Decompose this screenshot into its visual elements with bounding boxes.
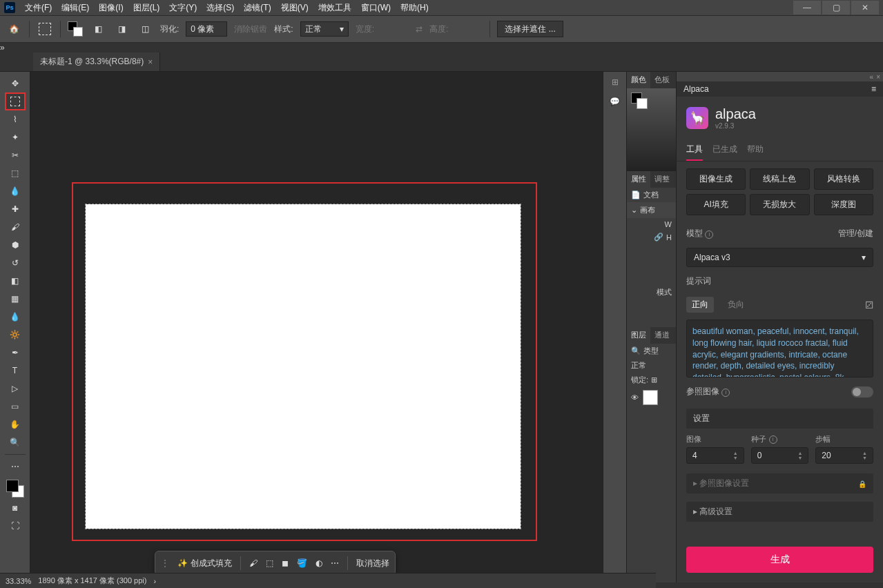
generate-button[interactable]: 生成 bbox=[686, 547, 873, 573]
tab-channels[interactable]: 通道 bbox=[650, 327, 674, 344]
alpaca-tab-help[interactable]: 帮助 bbox=[747, 139, 764, 161]
stamp-tool[interactable]: ⬢ bbox=[6, 237, 25, 253]
info-icon[interactable]: i bbox=[769, 435, 777, 444]
zoom-value[interactable]: 33.33% bbox=[6, 577, 31, 585]
hand-tool[interactable]: ✋ bbox=[6, 416, 25, 433]
menu-help[interactable]: 帮助(H) bbox=[396, 1, 433, 15]
color-swatches[interactable] bbox=[5, 478, 26, 499]
layer-row[interactable]: 👁 bbox=[627, 387, 676, 408]
btn-aifill[interactable]: AI填充 bbox=[686, 194, 746, 215]
home-icon[interactable]: 🏠 bbox=[6, 21, 22, 37]
crop-tool[interactable]: ✂ bbox=[6, 147, 25, 164]
alpaca-tab-title[interactable]: Alpaca bbox=[683, 84, 709, 94]
tab-layers[interactable]: 图层 bbox=[627, 327, 650, 344]
panel-toggle-icon[interactable]: » bbox=[0, 43, 5, 52]
selection-intersect-icon[interactable]: ◫ bbox=[137, 21, 153, 37]
tab-swatches[interactable]: 色板 bbox=[650, 72, 674, 88]
edit-toolbar[interactable]: ⋯ bbox=[6, 458, 25, 475]
link-icon[interactable]: 🔗 bbox=[654, 233, 663, 242]
close-tab-icon[interactable]: × bbox=[148, 57, 153, 67]
adv-settings-row[interactable]: ▸ 高级设置 bbox=[686, 502, 873, 522]
doc-dimensions[interactable]: 1890 像素 x 1417 像素 (300 ppi) bbox=[38, 576, 146, 586]
move-tool[interactable]: ✥ bbox=[6, 75, 25, 92]
healing-tool[interactable]: ✚ bbox=[6, 201, 25, 217]
collapse-icon[interactable]: « bbox=[870, 73, 874, 81]
btn-lineart[interactable]: 线稿上色 bbox=[750, 168, 809, 190]
alpaca-tab-tools[interactable]: 工具 bbox=[686, 139, 703, 161]
bucket-icon[interactable]: 🪣 bbox=[297, 558, 307, 568]
info-icon[interactable]: i bbox=[721, 389, 730, 397]
eraser-tool[interactable]: ◧ bbox=[6, 273, 25, 289]
prompt-negative-tab[interactable]: 负向 bbox=[722, 297, 750, 313]
lock-icons[interactable]: ⊞ bbox=[651, 375, 657, 384]
ref-toggle[interactable] bbox=[851, 386, 873, 398]
quick-select-tool[interactable]: ✦ bbox=[6, 129, 25, 146]
drag-handle-icon[interactable]: ⋮ bbox=[161, 558, 169, 568]
shape-tool[interactable]: ▭ bbox=[6, 398, 25, 415]
marquee-tool[interactable] bbox=[6, 93, 25, 110]
btn-imagegen[interactable]: 图像生成 bbox=[686, 168, 746, 190]
menu-icon[interactable]: ≡ bbox=[871, 84, 876, 94]
menu-select[interactable]: 选择(S) bbox=[202, 1, 238, 15]
document-tab[interactable]: 未标题-1 @ 33.3%(RGB/8#) × bbox=[33, 52, 160, 71]
close-button[interactable]: ✕ bbox=[851, 1, 879, 14]
lasso-tool[interactable]: ⌇ bbox=[6, 111, 25, 128]
feather-input[interactable] bbox=[186, 21, 227, 37]
chevron-right-icon[interactable]: › bbox=[153, 577, 156, 585]
brush-icon[interactable]: 🖌 bbox=[249, 558, 258, 568]
tab-color[interactable]: 颜色 bbox=[627, 72, 650, 88]
selection-subtract-icon[interactable]: ◨ bbox=[113, 21, 130, 37]
canvas-area[interactable]: ⋮ ✨ 创成式填充 🖌 ⬚ ◼ 🪣 ◐ ⋯ 取消选择 bbox=[30, 72, 603, 582]
ref-settings-row[interactable]: ▸ 参照图像设置 bbox=[686, 473, 873, 493]
menu-view[interactable]: 视图(V) bbox=[277, 1, 313, 15]
btn-depth[interactable]: 深度图 bbox=[814, 194, 873, 215]
menu-file[interactable]: 文件(F) bbox=[21, 1, 56, 15]
frame-tool[interactable]: ⬚ bbox=[6, 165, 25, 182]
prompt-positive-tab[interactable]: 正向 bbox=[686, 297, 714, 313]
menu-window[interactable]: 窗口(W) bbox=[357, 1, 395, 15]
eyedropper-tool[interactable]: 💧 bbox=[6, 183, 25, 199]
deselect-button[interactable]: 取消选择 bbox=[356, 558, 389, 569]
canvas-section[interactable]: ⌄画布 bbox=[627, 202, 676, 218]
adjust-icon[interactable]: ⬚ bbox=[266, 558, 273, 568]
more-icon[interactable]: ⋯ bbox=[331, 558, 339, 568]
menu-filter[interactable]: 滤镜(T) bbox=[240, 1, 275, 15]
zoom-tool[interactable]: 🔍 bbox=[6, 434, 25, 451]
images-input[interactable]: 4▲▼ bbox=[686, 447, 744, 464]
btn-style[interactable]: 风格转换 bbox=[814, 168, 873, 190]
prompt-textarea[interactable]: beautiful woman, peaceful, innocent, tra… bbox=[686, 320, 873, 378]
steps-input[interactable]: 20▲▼ bbox=[815, 447, 873, 464]
selection-mode-new[interactable] bbox=[68, 21, 83, 37]
seed-input[interactable]: 0▲▼ bbox=[751, 447, 809, 464]
random-icon[interactable] bbox=[865, 300, 873, 311]
minimize-button[interactable]: — bbox=[793, 1, 821, 14]
menu-image[interactable]: 图像(I) bbox=[95, 1, 127, 15]
visibility-icon[interactable]: 👁 bbox=[631, 393, 639, 402]
color-picker-swatch[interactable] bbox=[631, 92, 648, 109]
history-brush-tool[interactable]: ↺ bbox=[6, 255, 25, 271]
btn-upscale[interactable]: 无损放大 bbox=[750, 194, 809, 215]
comment-icon[interactable]: 💬 bbox=[610, 97, 620, 106]
tab-properties[interactable]: 属性 bbox=[627, 171, 650, 188]
fill-icon[interactable]: ◼ bbox=[282, 558, 289, 568]
info-icon[interactable]: i bbox=[705, 231, 713, 239]
selection-add-icon[interactable]: ◧ bbox=[90, 21, 106, 37]
panel-icon[interactable]: ⊞ bbox=[612, 77, 619, 87]
select-mask-button[interactable]: 选择并遮住 ... bbox=[497, 21, 563, 37]
canvas[interactable] bbox=[86, 204, 521, 529]
gradient-tool[interactable]: ▦ bbox=[6, 291, 25, 307]
menu-edit[interactable]: 编辑(E) bbox=[57, 1, 93, 15]
menu-layer[interactable]: 图层(L) bbox=[129, 1, 164, 15]
blend-mode[interactable]: 正常 bbox=[631, 360, 646, 371]
quickmask-tool[interactable]: ◙ bbox=[6, 500, 25, 516]
alpaca-tab-generated[interactable]: 已生成 bbox=[712, 139, 737, 161]
dodge-tool[interactable]: 🔆 bbox=[6, 326, 25, 343]
blur-tool[interactable]: 💧 bbox=[6, 308, 25, 325]
path-select-tool[interactable]: ▷ bbox=[6, 380, 25, 397]
model-select[interactable]: Alpaca v3▾ bbox=[686, 248, 873, 267]
menu-plugins[interactable]: 增效工具 bbox=[314, 1, 356, 15]
generative-fill-button[interactable]: ✨ 创成式填充 bbox=[177, 558, 232, 569]
type-tool[interactable]: T bbox=[6, 362, 25, 379]
invert-icon[interactable]: ◐ bbox=[316, 558, 322, 568]
manage-link[interactable]: 管理/创建 bbox=[838, 228, 873, 239]
